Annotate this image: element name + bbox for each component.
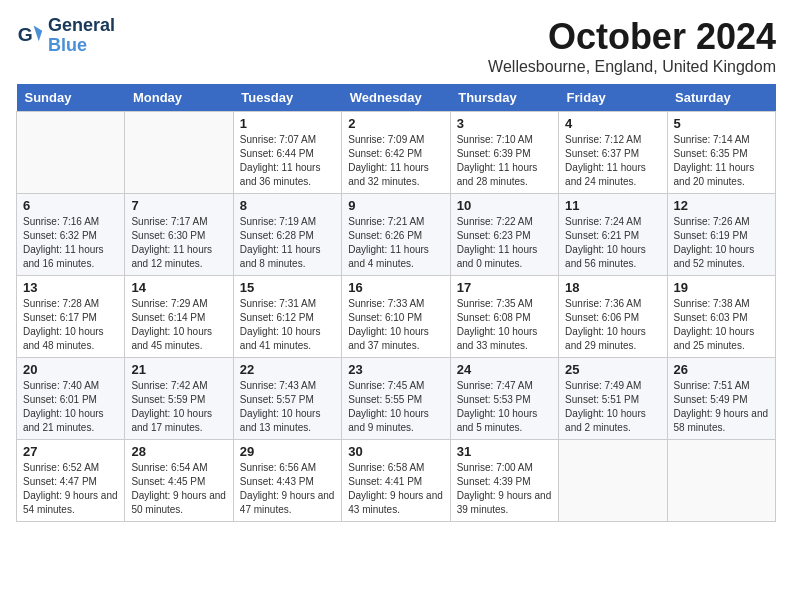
day-info: Sunrise: 7:43 AM Sunset: 5:57 PM Dayligh… [240, 379, 335, 435]
day-cell [125, 112, 233, 194]
day-cell: 29Sunrise: 6:56 AM Sunset: 4:43 PM Dayli… [233, 440, 341, 522]
weekday-header-wednesday: Wednesday [342, 84, 450, 112]
day-number: 17 [457, 280, 552, 295]
day-cell: 11Sunrise: 7:24 AM Sunset: 6:21 PM Dayli… [559, 194, 667, 276]
day-number: 21 [131, 362, 226, 377]
day-info: Sunrise: 6:54 AM Sunset: 4:45 PM Dayligh… [131, 461, 226, 517]
day-cell: 25Sunrise: 7:49 AM Sunset: 5:51 PM Dayli… [559, 358, 667, 440]
day-number: 24 [457, 362, 552, 377]
logo: G General Blue [16, 16, 115, 56]
day-cell [17, 112, 125, 194]
day-info: Sunrise: 7:40 AM Sunset: 6:01 PM Dayligh… [23, 379, 118, 435]
day-cell: 9Sunrise: 7:21 AM Sunset: 6:26 PM Daylig… [342, 194, 450, 276]
day-info: Sunrise: 7:10 AM Sunset: 6:39 PM Dayligh… [457, 133, 552, 189]
day-cell [559, 440, 667, 522]
day-info: Sunrise: 7:12 AM Sunset: 6:37 PM Dayligh… [565, 133, 660, 189]
day-info: Sunrise: 7:36 AM Sunset: 6:06 PM Dayligh… [565, 297, 660, 353]
day-number: 19 [674, 280, 769, 295]
page-header: G General Blue October 2024 Wellesbourne… [16, 16, 776, 76]
day-cell: 21Sunrise: 7:42 AM Sunset: 5:59 PM Dayli… [125, 358, 233, 440]
day-number: 28 [131, 444, 226, 459]
day-cell: 7Sunrise: 7:17 AM Sunset: 6:30 PM Daylig… [125, 194, 233, 276]
day-number: 2 [348, 116, 443, 131]
day-cell: 16Sunrise: 7:33 AM Sunset: 6:10 PM Dayli… [342, 276, 450, 358]
weekday-header-row: SundayMondayTuesdayWednesdayThursdayFrid… [17, 84, 776, 112]
day-info: Sunrise: 7:51 AM Sunset: 5:49 PM Dayligh… [674, 379, 769, 435]
title-block: October 2024 Wellesbourne, England, Unit… [488, 16, 776, 76]
day-number: 13 [23, 280, 118, 295]
day-cell: 8Sunrise: 7:19 AM Sunset: 6:28 PM Daylig… [233, 194, 341, 276]
day-info: Sunrise: 7:33 AM Sunset: 6:10 PM Dayligh… [348, 297, 443, 353]
week-row-1: 1Sunrise: 7:07 AM Sunset: 6:44 PM Daylig… [17, 112, 776, 194]
day-number: 7 [131, 198, 226, 213]
day-cell: 27Sunrise: 6:52 AM Sunset: 4:47 PM Dayli… [17, 440, 125, 522]
weekday-header-thursday: Thursday [450, 84, 558, 112]
day-info: Sunrise: 7:24 AM Sunset: 6:21 PM Dayligh… [565, 215, 660, 271]
day-info: Sunrise: 7:35 AM Sunset: 6:08 PM Dayligh… [457, 297, 552, 353]
weekday-header-sunday: Sunday [17, 84, 125, 112]
day-info: Sunrise: 6:56 AM Sunset: 4:43 PM Dayligh… [240, 461, 335, 517]
week-row-4: 20Sunrise: 7:40 AM Sunset: 6:01 PM Dayli… [17, 358, 776, 440]
day-cell: 10Sunrise: 7:22 AM Sunset: 6:23 PM Dayli… [450, 194, 558, 276]
day-cell: 4Sunrise: 7:12 AM Sunset: 6:37 PM Daylig… [559, 112, 667, 194]
day-cell: 17Sunrise: 7:35 AM Sunset: 6:08 PM Dayli… [450, 276, 558, 358]
day-number: 5 [674, 116, 769, 131]
day-cell: 3Sunrise: 7:10 AM Sunset: 6:39 PM Daylig… [450, 112, 558, 194]
day-cell: 5Sunrise: 7:14 AM Sunset: 6:35 PM Daylig… [667, 112, 775, 194]
day-number: 26 [674, 362, 769, 377]
day-info: Sunrise: 7:16 AM Sunset: 6:32 PM Dayligh… [23, 215, 118, 271]
day-info: Sunrise: 7:47 AM Sunset: 5:53 PM Dayligh… [457, 379, 552, 435]
day-number: 18 [565, 280, 660, 295]
day-number: 23 [348, 362, 443, 377]
day-info: Sunrise: 7:00 AM Sunset: 4:39 PM Dayligh… [457, 461, 552, 517]
day-cell: 31Sunrise: 7:00 AM Sunset: 4:39 PM Dayli… [450, 440, 558, 522]
week-row-5: 27Sunrise: 6:52 AM Sunset: 4:47 PM Dayli… [17, 440, 776, 522]
weekday-header-monday: Monday [125, 84, 233, 112]
day-number: 30 [348, 444, 443, 459]
day-cell: 26Sunrise: 7:51 AM Sunset: 5:49 PM Dayli… [667, 358, 775, 440]
day-cell: 23Sunrise: 7:45 AM Sunset: 5:55 PM Dayli… [342, 358, 450, 440]
day-info: Sunrise: 7:49 AM Sunset: 5:51 PM Dayligh… [565, 379, 660, 435]
day-info: Sunrise: 7:21 AM Sunset: 6:26 PM Dayligh… [348, 215, 443, 271]
svg-marker-1 [34, 25, 43, 41]
day-cell: 28Sunrise: 6:54 AM Sunset: 4:45 PM Dayli… [125, 440, 233, 522]
day-cell: 2Sunrise: 7:09 AM Sunset: 6:42 PM Daylig… [342, 112, 450, 194]
day-number: 15 [240, 280, 335, 295]
day-cell: 13Sunrise: 7:28 AM Sunset: 6:17 PM Dayli… [17, 276, 125, 358]
day-info: Sunrise: 6:58 AM Sunset: 4:41 PM Dayligh… [348, 461, 443, 517]
day-number: 27 [23, 444, 118, 459]
day-cell: 12Sunrise: 7:26 AM Sunset: 6:19 PM Dayli… [667, 194, 775, 276]
day-number: 1 [240, 116, 335, 131]
weekday-header-tuesday: Tuesday [233, 84, 341, 112]
day-cell: 22Sunrise: 7:43 AM Sunset: 5:57 PM Dayli… [233, 358, 341, 440]
day-info: Sunrise: 7:19 AM Sunset: 6:28 PM Dayligh… [240, 215, 335, 271]
month-title: October 2024 [488, 16, 776, 58]
day-number: 31 [457, 444, 552, 459]
day-cell [667, 440, 775, 522]
day-number: 10 [457, 198, 552, 213]
day-info: Sunrise: 7:17 AM Sunset: 6:30 PM Dayligh… [131, 215, 226, 271]
day-number: 12 [674, 198, 769, 213]
day-number: 16 [348, 280, 443, 295]
day-info: Sunrise: 7:26 AM Sunset: 6:19 PM Dayligh… [674, 215, 769, 271]
logo-text: General Blue [48, 16, 115, 56]
day-number: 25 [565, 362, 660, 377]
day-number: 9 [348, 198, 443, 213]
day-info: Sunrise: 7:31 AM Sunset: 6:12 PM Dayligh… [240, 297, 335, 353]
day-info: Sunrise: 7:28 AM Sunset: 6:17 PM Dayligh… [23, 297, 118, 353]
weekday-header-friday: Friday [559, 84, 667, 112]
svg-text:G: G [18, 24, 33, 45]
day-info: Sunrise: 7:09 AM Sunset: 6:42 PM Dayligh… [348, 133, 443, 189]
day-cell: 18Sunrise: 7:36 AM Sunset: 6:06 PM Dayli… [559, 276, 667, 358]
day-number: 11 [565, 198, 660, 213]
day-info: Sunrise: 7:45 AM Sunset: 5:55 PM Dayligh… [348, 379, 443, 435]
day-cell: 24Sunrise: 7:47 AM Sunset: 5:53 PM Dayli… [450, 358, 558, 440]
day-info: Sunrise: 6:52 AM Sunset: 4:47 PM Dayligh… [23, 461, 118, 517]
day-cell: 20Sunrise: 7:40 AM Sunset: 6:01 PM Dayli… [17, 358, 125, 440]
week-row-3: 13Sunrise: 7:28 AM Sunset: 6:17 PM Dayli… [17, 276, 776, 358]
day-cell: 14Sunrise: 7:29 AM Sunset: 6:14 PM Dayli… [125, 276, 233, 358]
location: Wellesbourne, England, United Kingdom [488, 58, 776, 76]
weekday-header-saturday: Saturday [667, 84, 775, 112]
day-number: 3 [457, 116, 552, 131]
logo-icon: G [16, 22, 44, 50]
